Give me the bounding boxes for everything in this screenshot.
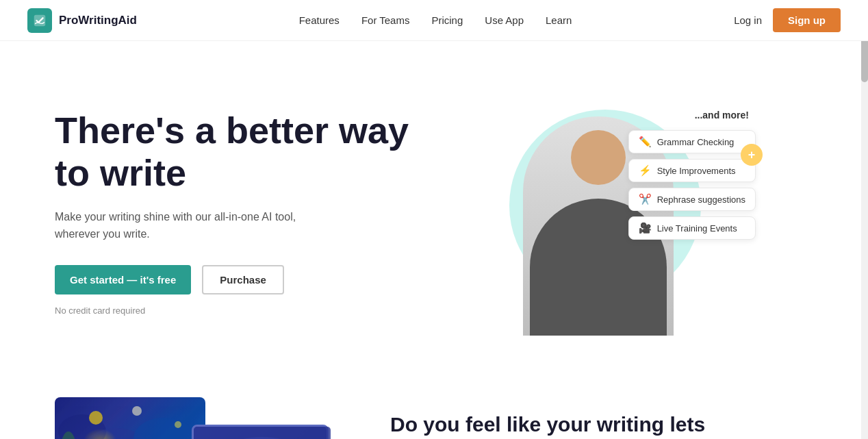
- scrollbar[interactable]: [861, 0, 868, 439]
- nav-pricing[interactable]: Pricing: [431, 14, 463, 26]
- svg-point-5: [89, 411, 103, 425]
- training-icon: 🎥: [639, 222, 652, 234]
- logo-icon: [27, 8, 52, 33]
- rephrase-icon: ✂️: [639, 193, 652, 205]
- login-button[interactable]: Log in: [734, 14, 762, 26]
- feature-card-style: ⚡ Style Improvements: [628, 159, 756, 182]
- svg-point-3: [133, 418, 195, 439]
- hero-buttons: Get started — it's free Purchase: [55, 265, 411, 294]
- section-two-right: Do you feel like your writing lets you d…: [390, 397, 719, 439]
- feature-label-grammar: Grammar Checking: [657, 137, 735, 147]
- purchase-button[interactable]: Purchase: [202, 265, 284, 294]
- hero-right: ...and more! + ✏️ Grammar Checking ⚡ Sty…: [411, 82, 813, 342]
- get-started-button[interactable]: Get started — it's free: [55, 265, 191, 294]
- feature-card-training: 🎥 Live Training Events: [628, 216, 756, 240]
- feature-label-style: Style Improvements: [657, 166, 736, 176]
- grammar-icon: ✏️: [639, 136, 652, 148]
- navbar: ProWritingAid Features For Teams Pricing…: [0, 0, 868, 41]
- section-two: My idea in my head Do you feel like your…: [0, 370, 868, 439]
- svg-point-6: [132, 406, 142, 416]
- nav-learn[interactable]: Learn: [546, 14, 572, 26]
- and-more-text: ...and more!: [695, 110, 749, 121]
- hero-illustration: ...and more! + ✏️ Grammar Checking ⚡ Sty…: [468, 89, 756, 336]
- nav-use-app[interactable]: Use App: [485, 14, 524, 26]
- feature-card-grammar: ✏️ Grammar Checking: [628, 130, 756, 153]
- feature-label-rephrase: Rephrase suggestions: [657, 195, 745, 205]
- starry-night-container: My idea in my head: [55, 397, 315, 439]
- nav-actions: Log in Sign up: [734, 8, 841, 32]
- svg-point-7: [175, 421, 181, 428]
- no-credit-text: No credit card required: [55, 305, 411, 316]
- hero-title: There's a better way to write: [55, 109, 411, 194]
- feature-card-rephrase: ✂️ Rephrase suggestions: [628, 188, 756, 211]
- nav-for-teams[interactable]: For Teams: [361, 14, 410, 26]
- hero-subtitle: Make your writing shine with our all-in-…: [55, 208, 342, 243]
- section-two-title: Do you feel like your writing lets you d…: [390, 411, 719, 439]
- logo-link[interactable]: ProWritingAid: [27, 8, 137, 33]
- nav-links: Features For Teams Pricing Use App Learn: [299, 14, 572, 27]
- plus-badge: +: [741, 144, 763, 166]
- feature-cards: ✏️ Grammar Checking ⚡ Style Improvements…: [628, 130, 756, 240]
- nav-features[interactable]: Features: [299, 14, 340, 26]
- style-icon: ⚡: [639, 164, 652, 177]
- starry-night-card: [55, 397, 205, 439]
- person-head: [571, 130, 626, 185]
- feature-label-training: Live Training Events: [657, 223, 737, 234]
- logo-text: ProWritingAid: [59, 14, 137, 27]
- hero-left: There's a better way to write Make your …: [55, 109, 411, 315]
- signup-button[interactable]: Sign up: [773, 8, 841, 32]
- starry-overlay-card: [192, 425, 329, 439]
- section-two-left: My idea in my head: [55, 397, 349, 439]
- hero-section: There's a better way to write Make your …: [0, 41, 868, 370]
